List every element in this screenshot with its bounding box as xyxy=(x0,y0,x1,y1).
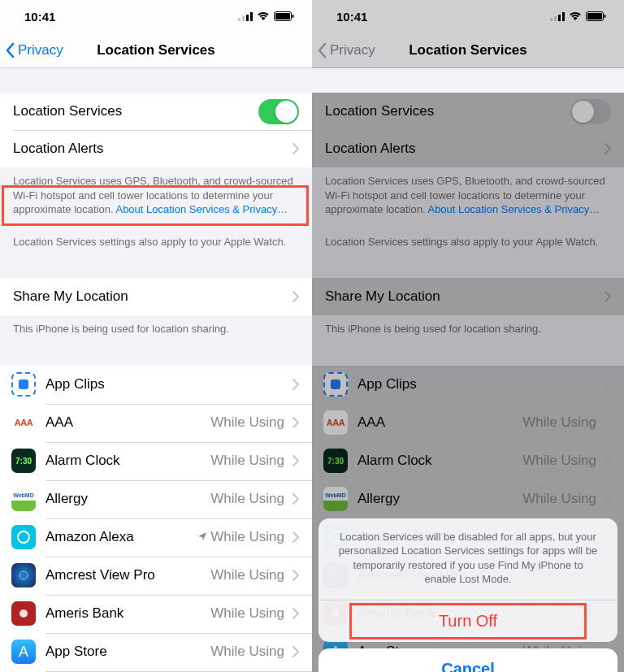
app-icon: 7:30 xyxy=(11,449,36,473)
app-row[interactable]: 7:30Alarm ClockWhile Using xyxy=(312,442,624,480)
svg-rect-18 xyxy=(587,13,602,20)
app-name: App Store xyxy=(46,644,210,660)
location-arrow-icon xyxy=(197,529,207,545)
app-status: While Using xyxy=(522,491,596,507)
svg-point-9 xyxy=(20,571,28,579)
app-name: Ameris Bank xyxy=(46,605,210,622)
footer-watch: Location Services settings also apply to… xyxy=(312,228,624,253)
chevron-left-icon xyxy=(5,42,15,59)
status-bar: 10:41 xyxy=(0,0,312,33)
app-row[interactable]: Amazon AlexaWhile Using xyxy=(0,518,312,557)
location-services-toggle[interactable] xyxy=(570,99,611,124)
app-name: App Clips xyxy=(46,376,284,392)
app-status: While Using xyxy=(210,529,284,545)
app-name: Amazon Alexa xyxy=(46,529,197,545)
content: Location Services Location Alerts Locati… xyxy=(0,93,312,672)
location-alerts-row[interactable]: Location Alerts xyxy=(0,130,312,167)
cellular-icon xyxy=(238,12,253,21)
app-status: While Using xyxy=(522,414,596,431)
chevron-right-icon xyxy=(292,608,299,619)
app-icon: AAA xyxy=(11,410,36,435)
svg-point-8 xyxy=(18,531,29,543)
svg-rect-20 xyxy=(331,379,340,389)
cell-label: Share My Location xyxy=(325,288,596,305)
back-button[interactable]: Privacy xyxy=(312,42,375,59)
app-row[interactable]: Ameris BankWhile Using xyxy=(0,595,312,633)
chevron-right-icon xyxy=(604,455,611,466)
app-row[interactable]: App Clips xyxy=(0,366,312,404)
app-icon: 7:30 xyxy=(323,449,348,473)
battery-icon xyxy=(586,11,606,21)
chevron-right-icon xyxy=(292,417,299,428)
app-status: While Using xyxy=(210,414,284,431)
footer-sharing: This iPhone is being used for location s… xyxy=(0,315,312,340)
app-icon: WebMD xyxy=(323,487,348,511)
svg-rect-7 xyxy=(19,379,28,389)
share-my-location-row[interactable]: Share My Location xyxy=(0,278,312,315)
apps-list: App ClipsAAAAAAWhile Using7:30Alarm Cloc… xyxy=(0,366,312,672)
app-name: Alarm Clock xyxy=(46,453,210,469)
nav-bar: Privacy Location Services xyxy=(312,33,624,68)
app-status: While Using xyxy=(210,644,284,660)
cell-label: Location Alerts xyxy=(325,141,596,157)
svg-rect-6 xyxy=(292,15,294,18)
wifi-icon xyxy=(569,11,582,21)
app-row[interactable]: AAAAAAWhile Using xyxy=(0,404,312,442)
app-status: While Using xyxy=(522,453,596,469)
chevron-right-icon xyxy=(292,646,299,657)
svg-rect-14 xyxy=(554,16,557,21)
app-row[interactable]: App Clips xyxy=(312,366,624,404)
app-row[interactable]: WebMDAllergyWhile Using xyxy=(0,480,312,518)
chevron-right-icon xyxy=(292,570,299,581)
location-services-toggle[interactable] xyxy=(258,99,299,124)
app-icon xyxy=(323,372,348,397)
back-button[interactable]: Privacy xyxy=(0,42,63,59)
svg-rect-3 xyxy=(250,12,253,21)
footer-sharing: This iPhone is being used for location s… xyxy=(312,315,624,340)
cancel-button[interactable]: Cancel xyxy=(318,648,618,672)
battery-icon xyxy=(274,11,294,21)
back-label: Privacy xyxy=(18,42,63,59)
app-status: While Using xyxy=(210,567,284,583)
app-icon xyxy=(11,372,36,397)
turn-off-button[interactable]: Turn Off xyxy=(318,600,618,642)
action-sheet-message: Location Services will be disabled for a… xyxy=(318,518,618,600)
status-icons xyxy=(550,11,606,21)
status-bar: 10:41 xyxy=(312,0,624,33)
share-my-location-row[interactable]: Share My Location xyxy=(312,278,624,315)
chevron-right-icon xyxy=(604,143,611,154)
status-time: 10:41 xyxy=(336,10,367,24)
location-services-row[interactable]: Location Services xyxy=(312,93,624,130)
footer-description: Location Services uses GPS, Bluetooth, a… xyxy=(312,167,624,220)
phone-right: 10:41 Privacy Location Services Location… xyxy=(312,0,624,672)
about-location-link[interactable]: About Location Services & Privacy… xyxy=(115,203,288,215)
app-icon: AAA xyxy=(323,410,348,435)
svg-rect-0 xyxy=(238,18,240,21)
app-row[interactable]: Amcrest View ProWhile Using xyxy=(0,557,312,595)
location-services-row[interactable]: Location Services xyxy=(0,93,312,130)
app-row[interactable]: AApp StoreWhile Using xyxy=(0,633,312,671)
chevron-right-icon xyxy=(292,455,299,466)
app-row[interactable]: 7:30Alarm ClockWhile Using xyxy=(0,442,312,480)
phone-left: 10:41 Privacy Location Services Location… xyxy=(0,0,312,672)
app-name: Amcrest View Pro xyxy=(46,567,210,583)
app-name: Alarm Clock xyxy=(358,453,522,469)
chevron-right-icon xyxy=(292,379,299,390)
action-sheet-panel: Location Services will be disabled for a… xyxy=(318,518,618,642)
status-icons xyxy=(238,11,294,21)
app-name: Allergy xyxy=(46,491,210,507)
app-status: While Using xyxy=(210,453,284,469)
footer-description: Location Services uses GPS, Bluetooth, a… xyxy=(0,167,312,220)
chevron-right-icon xyxy=(292,291,299,302)
app-row[interactable]: AAAAAAWhile Using xyxy=(312,404,624,442)
chevron-right-icon xyxy=(604,379,611,390)
svg-rect-5 xyxy=(275,13,290,20)
app-row[interactable]: WebMDAllergyWhile Using xyxy=(312,480,624,518)
location-alerts-row[interactable]: Location Alerts xyxy=(312,130,624,167)
cell-label: Location Alerts xyxy=(13,141,284,157)
chevron-right-icon xyxy=(604,417,611,428)
cell-label: Location Services xyxy=(325,103,570,119)
svg-rect-15 xyxy=(558,15,561,21)
app-name: App Clips xyxy=(358,376,596,392)
about-location-link[interactable]: About Location Services & Privacy… xyxy=(427,203,600,215)
